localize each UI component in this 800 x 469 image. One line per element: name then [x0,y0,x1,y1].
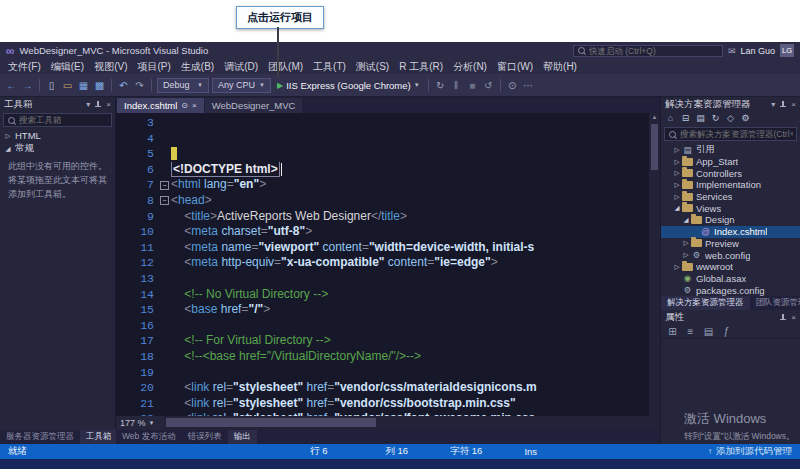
tree-item-packages.config[interactable]: ⚙packages.config [661,284,800,296]
menu-item[interactable]: 编辑(E) [46,60,89,74]
home-icon[interactable]: ⌂ [665,113,676,123]
promote-tab-icon[interactable]: ⊙ [181,101,188,110]
menu-item[interactable]: 工具(T) [308,60,351,74]
menu-item[interactable]: 视图(V) [89,60,132,74]
fold-margin[interactable]: − [158,193,171,209]
refresh-icon[interactable]: ↻ [434,80,447,91]
expander-icon[interactable]: ▷ [672,158,682,166]
configuration-dropdown[interactable]: Debug▼ [157,78,209,93]
break-all-icon[interactable]: ‖ [450,80,463,91]
scrollbar-thumb[interactable] [166,418,376,427]
menu-item[interactable]: 测试(S) [351,60,394,74]
menu-item[interactable]: 文件(F) [3,60,46,74]
view-code-icon[interactable]: ◇ [725,113,736,123]
expander-collapsed-icon[interactable]: ▷ [3,132,13,140]
restart-icon[interactable]: ↺ [482,80,495,91]
open-file-icon[interactable]: ▭ [61,80,74,91]
undo-icon[interactable]: ↶ [117,80,130,91]
menu-item[interactable]: R 工具(R) [394,60,448,74]
close-icon[interactable]: × [791,100,796,109]
toolbox-group[interactable]: ◢常规 [0,142,115,155]
dock-tab[interactable]: 解决方案资源管理器 [661,296,750,310]
menu-item[interactable]: 项目(P) [132,60,175,74]
quick-launch-input[interactable] [589,46,719,56]
menu-item[interactable]: 团队(M) [263,60,308,74]
categorized-icon[interactable]: ⊞ [666,326,679,337]
toolbox-search-input[interactable] [19,115,108,125]
fold-collapse-icon[interactable]: − [160,181,169,190]
refresh-icon[interactable]: ↻ [710,113,721,123]
dock-tab[interactable]: 输出 [228,430,257,444]
menu-item[interactable]: 生成(B) [176,60,219,74]
editor-tab[interactable]: WebDesigner_MVC [205,98,303,113]
tree-item-App_Start[interactable]: ▷App_Start [661,156,800,168]
fold-margin[interactable]: − [158,177,171,193]
user-name[interactable]: Lan Guo [740,46,775,56]
editor-horizontal-scrollbar[interactable] [164,416,660,430]
tree-item-web.config[interactable]: ▷⚙web.config [661,249,800,261]
forward-icon[interactable]: → [21,80,34,91]
toolbox-group[interactable]: ▷HTML [0,129,115,142]
menu-item[interactable]: 窗口(W) [492,60,538,74]
zoom-control[interactable]: 177 % ▼ [116,418,164,428]
properties-icon[interactable]: ⚙ [740,113,751,123]
chevron-down-icon[interactable]: ▾ [86,100,90,109]
save-icon[interactable]: ▦ [77,80,90,91]
windows-taskbar[interactable] [0,459,800,469]
fold-collapse-icon[interactable]: − [160,196,169,205]
run-button[interactable]: ▶ IIS Express (Google Chrome) ▼ [274,80,423,91]
find-icon[interactable]: ⊙ [506,80,519,91]
dock-tab[interactable]: 服务器资源管理器 [0,430,80,444]
tree-item-Implementation[interactable]: ▷Implementation [661,179,800,191]
pin-icon[interactable] [779,313,787,322]
tree-item-Views[interactable]: ◢Views [661,202,800,214]
pin-icon[interactable] [779,100,787,109]
close-tab-icon[interactable]: × [192,101,197,110]
close-icon[interactable]: × [106,100,111,109]
events-icon[interactable]: ƒ [720,326,733,337]
dock-tab[interactable]: Web 发布活动 [116,430,182,444]
expander-icon[interactable]: ▷ [672,193,682,201]
toolbox-search[interactable] [3,113,112,127]
quick-launch-search[interactable] [573,45,723,57]
avatar[interactable]: LG [780,44,794,57]
scrollbar-thumb[interactable] [651,124,658,170]
new-file-icon[interactable]: ▯ [45,80,58,91]
dock-tab[interactable]: 团队资源管理器 [750,296,800,310]
expander-icon[interactable]: ▷ [672,146,682,154]
solution-explorer-search-input[interactable] [680,129,793,139]
add-to-source-control[interactable]: ↑ 添加到源代码管理 [708,445,792,458]
editor-vertical-scrollbar[interactable]: ▲ [649,113,660,416]
expander-icon[interactable]: ▷ [681,239,691,247]
feedback-icon[interactable]: ✉ [728,46,736,56]
expander-icon[interactable]: ▷ [672,181,682,189]
expander-icon[interactable]: ▷ [681,251,691,259]
editor-tab[interactable]: Index.cshtml⊙× [117,98,204,113]
pin-icon[interactable] [94,100,102,109]
stop-icon[interactable]: ■ [466,80,479,91]
solution-explorer-search[interactable] [664,127,797,141]
expander-icon[interactable]: ◢ [672,204,682,212]
redo-icon[interactable]: ↷ [133,80,146,91]
property-pages-icon[interactable]: ▤ [702,326,715,337]
expander-icon[interactable]: ◢ [681,216,691,224]
close-icon[interactable]: × [791,313,796,322]
tree-item-Global.asax[interactable]: ◉Global.asax [661,273,800,285]
dock-tab[interactable]: 工具箱 [80,430,118,444]
chevron-down-icon[interactable]: ▾ [771,100,775,109]
tree-item-Index.cshtml[interactable]: @Index.cshtml [661,226,800,238]
tree-item-Preview[interactable]: ▷Preview [661,238,800,250]
save-all-icon[interactable]: ▩ [93,80,106,91]
tree-item-Controllers[interactable]: ▷Controllers [661,167,800,179]
menu-item[interactable]: 帮助(H) [538,60,582,74]
alphabetical-icon[interactable]: ≡ [684,326,697,337]
tree-item-wwwroot[interactable]: ▷wwwroot [661,261,800,273]
menu-item[interactable]: 调试(D) [219,60,263,74]
tree-item-Design[interactable]: ◢Design [661,214,800,226]
dock-tab[interactable]: 错误列表 [182,430,228,444]
more-options-icon[interactable]: ⋯ [522,80,535,91]
tree-item-引用[interactable]: ▷▤引用 [661,144,800,156]
collapse-all-icon[interactable]: ⊟ [680,113,691,123]
scroll-up-icon[interactable]: ▲ [649,114,660,120]
code-editor[interactable]: 3456<!DOCTYPE html>7−<html lang="en">8−<… [116,113,660,416]
